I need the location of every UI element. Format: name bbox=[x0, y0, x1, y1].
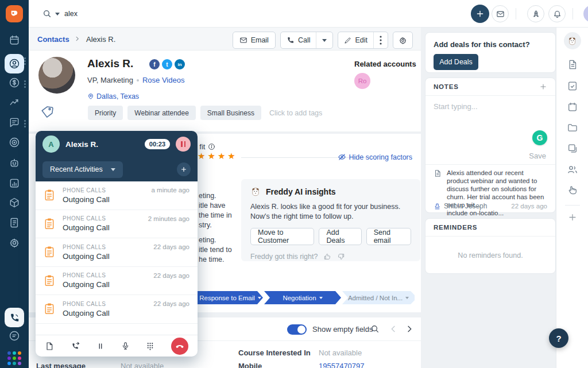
save-note-button[interactable]: Save bbox=[529, 152, 546, 160]
connections-tab-icon[interactable] bbox=[567, 184, 578, 195]
call-activity-row[interactable]: PHONE CALLSOutgoing Call a minute ago bbox=[36, 181, 198, 210]
grammarly-icon[interactable]: G bbox=[532, 130, 547, 145]
sidebar-item-phone[interactable] bbox=[5, 308, 24, 327]
tag-pill[interactable]: Priority bbox=[88, 106, 123, 120]
dialpad-icon[interactable] bbox=[146, 342, 154, 350]
sidebar-item-contacts[interactable] bbox=[5, 54, 24, 73]
call-activity-row[interactable]: PHONE CALLSOutgoing Call 22 days ago bbox=[36, 267, 198, 296]
author-stamp-icon bbox=[434, 203, 441, 210]
sidebar-item-chat[interactable] bbox=[9, 330, 20, 342]
sidebar-item-analytics[interactable] bbox=[9, 96, 20, 108]
participants-tab-icon[interactable] bbox=[567, 164, 578, 175]
breadcrumb-contacts-link[interactable]: Contacts bbox=[37, 35, 69, 44]
sidebar-item-products[interactable] bbox=[9, 197, 20, 208]
add-activity-button[interactable] bbox=[177, 162, 191, 176]
call-button[interactable]: Call bbox=[281, 32, 316, 48]
search-icon[interactable] bbox=[42, 9, 52, 18]
contact-photo[interactable] bbox=[38, 57, 75, 94]
note-input[interactable]: Start typing... bbox=[425, 96, 555, 117]
add-note-icon[interactable] bbox=[539, 83, 547, 91]
notes-card: NOTES Start typing... G Save Alexis atte… bbox=[425, 78, 556, 213]
page-settings-button[interactable] bbox=[393, 32, 413, 49]
help-button[interactable]: ? bbox=[549, 328, 568, 348]
deals-kebab-icon[interactable] bbox=[24, 83, 26, 85]
quick-add-button[interactable] bbox=[471, 5, 489, 23]
add-deals-card: Add deals for this contact? Add Deals bbox=[425, 32, 556, 73]
call-notes-icon[interactable] bbox=[45, 342, 54, 351]
linkedin-icon[interactable]: in bbox=[175, 59, 185, 69]
show-empty-fields-toggle[interactable] bbox=[287, 324, 307, 335]
mobile-value-link[interactable]: 19557470797 bbox=[319, 362, 365, 368]
recent-activities-dropdown[interactable]: Recent Activities bbox=[42, 161, 123, 178]
email-inbox-button[interactable] bbox=[492, 5, 509, 22]
add-deals-button[interactable]: Add Deals bbox=[434, 54, 478, 70]
info-icon[interactable] bbox=[208, 143, 215, 150]
sidebar-item-documents[interactable] bbox=[9, 217, 20, 228]
search-fields-icon[interactable] bbox=[370, 324, 380, 334]
move-to-customer-button[interactable]: Move to Customer bbox=[250, 228, 314, 245]
next-page-icon[interactable] bbox=[405, 324, 414, 334]
duplicates-tab-icon[interactable] bbox=[567, 143, 578, 154]
pipeline-stage-negotiation[interactable]: Negotiation bbox=[264, 291, 341, 304]
send-email-button[interactable]: Send email bbox=[366, 228, 411, 245]
sidebar-item-reports[interactable] bbox=[9, 177, 20, 189]
thumbs-up-icon[interactable] bbox=[323, 253, 331, 261]
pause-icon[interactable] bbox=[96, 342, 105, 350]
email-button[interactable]: Email bbox=[233, 32, 276, 49]
twitter-icon[interactable]: t bbox=[162, 59, 172, 69]
add-tags-placeholder[interactable]: Click to add tags bbox=[269, 109, 322, 117]
contact-location[interactable]: Dallas, Texas bbox=[87, 92, 139, 100]
edit-icon bbox=[344, 37, 351, 44]
sidebar-item-bots[interactable] bbox=[9, 157, 20, 169]
user-avatar[interactable]: S bbox=[583, 5, 588, 22]
pipeline-stage-response-to-email[interactable]: Response to Email bbox=[198, 291, 263, 304]
add-deals-button[interactable]: Add Deals bbox=[319, 228, 361, 245]
call-activity-row[interactable]: PHONE CALLSOutgoing Call 22 days ago bbox=[36, 295, 198, 324]
sidebar-item-conversations[interactable] bbox=[9, 117, 20, 128]
pipeline-stage-admitted[interactable]: Admitted / Not In... bbox=[342, 291, 415, 304]
end-call-button[interactable] bbox=[171, 338, 188, 355]
kebab-icon bbox=[380, 36, 382, 45]
chevron-down-icon bbox=[322, 39, 327, 42]
add-tab-icon[interactable] bbox=[567, 212, 577, 222]
notifications-button[interactable] bbox=[548, 5, 566, 22]
tag-pill[interactable]: Webinar attendee bbox=[127, 106, 196, 120]
related-account-avatar[interactable]: Ro bbox=[354, 73, 370, 89]
prev-page-icon[interactable] bbox=[389, 324, 398, 334]
last-message-label: Last message bbox=[36, 362, 86, 368]
search-scope-dropdown-icon[interactable] bbox=[55, 13, 60, 16]
right-icon-strip bbox=[556, 28, 588, 368]
call-activity-row[interactable]: PHONE CALLSOutgoing Call 22 days ago bbox=[36, 238, 198, 267]
related-accounts-label: Related accounts bbox=[354, 60, 416, 68]
mute-mic-icon[interactable] bbox=[121, 342, 130, 350]
contacts-kebab-icon[interactable] bbox=[24, 60, 26, 62]
sidebar-item-deals[interactable] bbox=[9, 77, 20, 88]
freshworks-logo[interactable] bbox=[6, 5, 23, 22]
search-input[interactable]: alex bbox=[64, 10, 78, 18]
call-dropdown-button[interactable] bbox=[316, 32, 332, 48]
whats-new-button[interactable] bbox=[527, 5, 544, 22]
hide-scoring-factors-link[interactable]: Hide scoring factors bbox=[338, 153, 412, 161]
call-timer: 00:23 bbox=[145, 139, 170, 149]
sidebar-item-calendar[interactable] bbox=[9, 34, 20, 46]
freddy-tab-icon[interactable] bbox=[564, 32, 581, 49]
last-message-value: Not available bbox=[121, 362, 164, 368]
call-activity-row[interactable]: PHONE CALLSOutgoing Call 2 minutes ago bbox=[36, 210, 198, 239]
files-tab-icon[interactable] bbox=[567, 122, 578, 133]
hold-call-button[interactable] bbox=[176, 137, 191, 152]
thumbs-down-icon[interactable] bbox=[337, 253, 345, 261]
appointments-tab-icon[interactable] bbox=[567, 102, 578, 113]
sidebar-item-campaigns[interactable] bbox=[9, 137, 20, 148]
contact-company-link[interactable]: Rose Videos bbox=[142, 76, 184, 84]
facebook-icon[interactable]: f bbox=[149, 59, 160, 69]
tag-pill[interactable]: Small Business bbox=[200, 106, 261, 120]
apps-grid-icon[interactable] bbox=[7, 351, 21, 365]
tasks-tab-icon[interactable] bbox=[567, 80, 578, 91]
conversations-kebab-icon[interactable] bbox=[24, 123, 26, 125]
more-actions-button[interactable] bbox=[374, 32, 388, 48]
notes-tab-icon[interactable] bbox=[567, 59, 578, 70]
reminders-header: REMINDERS bbox=[425, 219, 555, 237]
edit-button[interactable]: Edit bbox=[338, 32, 373, 48]
sidebar-item-settings[interactable] bbox=[9, 237, 20, 249]
transfer-call-icon[interactable] bbox=[71, 341, 80, 351]
